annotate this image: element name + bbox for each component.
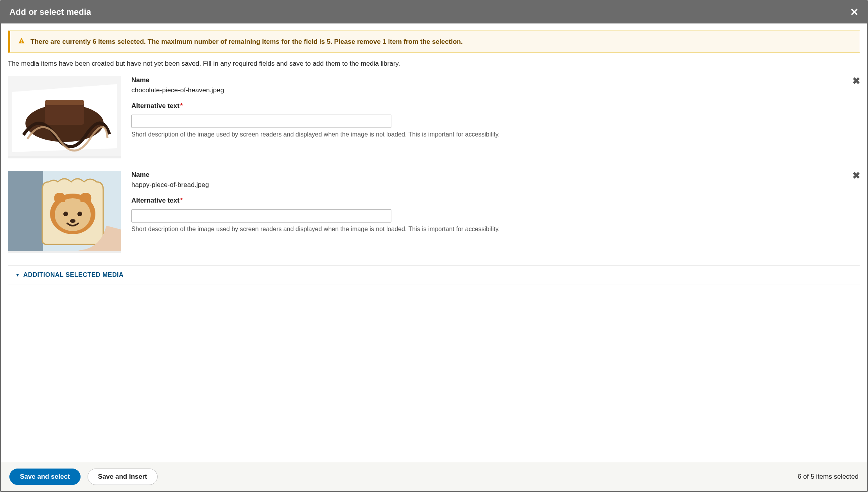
name-label: Name — [131, 171, 845, 179]
svg-point-13 — [70, 219, 75, 223]
svg-rect-0 — [21, 40, 22, 42]
svg-rect-8 — [8, 171, 43, 251]
remove-item-button[interactable]: ✖ — [852, 76, 860, 86]
name-field: Name happy-piece-of-bread.jpeg — [131, 171, 845, 189]
required-marker: * — [180, 102, 183, 110]
alt-text-label: Alternative text* — [131, 197, 845, 205]
media-fields: ✖ Name chocolate-piece-of-heaven.jpeg Al… — [131, 76, 860, 146]
alt-text-label: Alternative text* — [131, 102, 845, 110]
name-field: Name chocolate-piece-of-heaven.jpeg — [131, 76, 845, 94]
warning-icon — [18, 37, 25, 46]
name-value: chocolate-piece-of-heaven.jpeg — [131, 86, 845, 94]
accordion-header[interactable]: ▼ Additional selected media — [15, 271, 853, 278]
svg-point-11 — [63, 212, 68, 216]
svg-rect-6 — [45, 100, 84, 105]
alt-text-help: Short description of the image used by s… — [131, 226, 845, 233]
media-item: ✖ Name chocolate-piece-of-heaven.jpeg Al… — [8, 76, 860, 158]
name-label: Name — [131, 76, 845, 84]
dialog-footer: Save and select Save and insert 6 of 5 i… — [1, 462, 867, 491]
close-icon[interactable]: ✕ — [850, 7, 859, 17]
name-value: happy-piece-of-bread.jpeg — [131, 181, 845, 189]
svg-rect-1 — [21, 42, 22, 43]
media-dialog: Add or select media ✕ There are currentl… — [0, 0, 868, 492]
remove-item-button[interactable]: ✖ — [852, 171, 860, 180]
additional-media-accordion[interactable]: ▼ Additional selected media — [8, 266, 860, 284]
warning-text: There are currently 6 items selected. Th… — [30, 38, 463, 46]
save-and-insert-button[interactable]: Save and insert — [88, 469, 158, 485]
dialog-header: Add or select media ✕ — [1, 1, 867, 23]
media-item: ✖ Name happy-piece-of-bread.jpeg Alterna… — [8, 171, 860, 253]
warning-message: There are currently 6 items selected. Th… — [8, 31, 860, 53]
dialog-title: Add or select media — [9, 7, 91, 17]
alt-text-field: Alternative text* Short description of t… — [131, 197, 845, 233]
alt-text-input[interactable] — [131, 115, 391, 128]
intro-text: The media items have been created but ha… — [8, 60, 860, 68]
required-marker: * — [180, 197, 183, 204]
media-thumbnail — [8, 76, 121, 158]
alt-text-help: Short description of the image used by s… — [131, 131, 845, 138]
selection-count-status: 6 of 5 items selected — [798, 473, 859, 481]
caret-down-icon: ▼ — [15, 272, 20, 278]
media-thumbnail — [8, 171, 121, 253]
save-and-select-button[interactable]: Save and select — [9, 469, 81, 485]
alt-text-input[interactable] — [131, 209, 391, 223]
media-fields: ✖ Name happy-piece-of-bread.jpeg Alterna… — [131, 171, 860, 241]
svg-point-12 — [77, 212, 82, 216]
accordion-title: Additional selected media — [23, 271, 124, 278]
dialog-body: There are currently 6 items selected. Th… — [1, 23, 867, 462]
alt-text-field: Alternative text* Short description of t… — [131, 102, 845, 138]
